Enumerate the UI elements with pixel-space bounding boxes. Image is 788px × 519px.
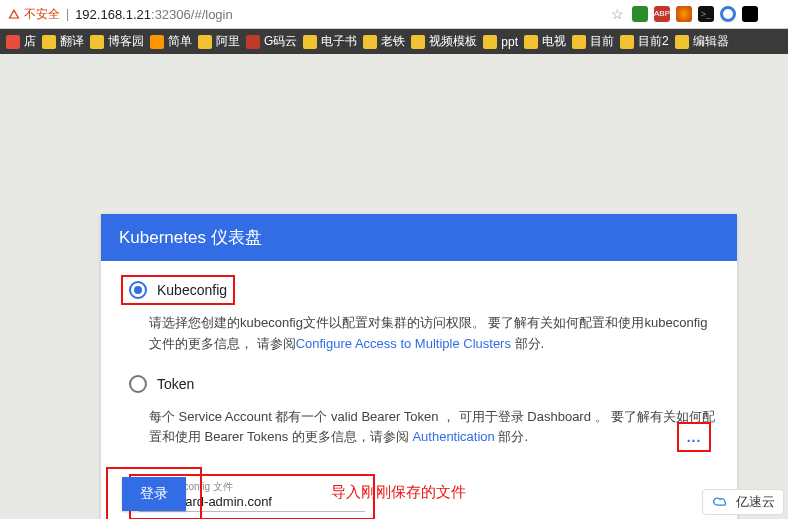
bookmark-label: 目前: [590, 33, 614, 50]
extension-icon[interactable]: [676, 6, 692, 22]
url-text[interactable]: 192.168.1.21:32306/#/login: [75, 7, 233, 22]
extension-icon[interactable]: [720, 6, 736, 22]
desc-post: 部分.: [511, 336, 544, 351]
bookmark-label: 阿里: [216, 33, 240, 50]
radio-icon: [129, 281, 147, 299]
radio-kubeconfig[interactable]: Kubeconfig: [121, 275, 235, 305]
desc-post: 部分.: [495, 429, 528, 444]
page-body: Kubernetes 仪表盘 Kubeconfig 请选择您创建的kubecon…: [0, 54, 788, 519]
bookmark-label: 目前2: [638, 33, 669, 50]
card-title: Kubernetes 仪表盘: [101, 214, 737, 261]
cloud-icon: [711, 495, 731, 509]
authentication-link[interactable]: Authentication: [412, 429, 494, 444]
abp-extension-icon[interactable]: ABP: [654, 6, 670, 22]
bookmark-label: 博客园: [108, 33, 144, 50]
bookmark-label: 视频模板: [429, 33, 477, 50]
address-bar: 不安全 | 192.168.1.21:32306/#/login ☆ ABP >…: [0, 0, 788, 29]
folder-icon: [411, 35, 425, 49]
bookmark-item[interactable]: 电视: [524, 33, 566, 50]
login-button[interactable]: 登录: [122, 477, 186, 511]
bookmark-item[interactable]: 翻译: [42, 33, 84, 50]
radio-icon: [129, 375, 147, 393]
bookmark-item[interactable]: 简单: [150, 33, 192, 50]
folder-icon: [150, 35, 164, 49]
insecure-warning: 不安全: [8, 6, 60, 23]
bookmark-label: 电视: [542, 33, 566, 50]
folder-icon: [620, 35, 634, 49]
option-label: Token: [157, 376, 194, 392]
bookmark-item[interactable]: 编辑器: [675, 33, 729, 50]
folder-icon: [42, 35, 56, 49]
bookmark-item[interactable]: G码云: [246, 33, 297, 50]
dots-icon: ...: [687, 429, 702, 445]
bookmark-item[interactable]: 老铁: [363, 33, 405, 50]
brand-text: 亿速云: [736, 493, 775, 511]
auth-options: Kubeconfig 请选择您创建的kubeconfig文件以配置对集群的访问权…: [101, 261, 737, 470]
bookmark-item[interactable]: ppt: [483, 35, 518, 49]
bookmark-item[interactable]: 视频模板: [411, 33, 477, 50]
extension-icon[interactable]: >_: [698, 6, 714, 22]
bookmark-label: ppt: [501, 35, 518, 49]
bookmark-item[interactable]: 电子书: [303, 33, 357, 50]
bookmark-label: 电子书: [321, 33, 357, 50]
watermark-brand: 亿速云: [702, 489, 784, 515]
folder-icon: [524, 35, 538, 49]
url-host: 192.168.1.21: [75, 7, 151, 22]
url-path: :32306/#/login: [151, 7, 233, 22]
folder-icon: [246, 35, 260, 49]
bookmark-label: 简单: [168, 33, 192, 50]
separator: |: [66, 7, 69, 21]
bookmark-item[interactable]: 店: [6, 33, 36, 50]
bookmark-star-icon[interactable]: ☆: [611, 6, 624, 22]
bookmark-label: 老铁: [381, 33, 405, 50]
option-token: Token: [121, 369, 717, 399]
login-highlight: 登录: [106, 467, 202, 519]
extension-icon[interactable]: [632, 6, 648, 22]
bookmark-item[interactable]: 目前: [572, 33, 614, 50]
folder-icon: [675, 35, 689, 49]
folder-icon: [198, 35, 212, 49]
folder-icon: [90, 35, 104, 49]
bookmark-item[interactable]: 阿里: [198, 33, 240, 50]
browse-button[interactable]: ...: [677, 422, 711, 452]
bookmark-label: G码云: [264, 33, 297, 50]
extension-icon[interactable]: [742, 6, 758, 22]
token-description: 每个 Service Account 都有一个 valid Bearer Tok…: [149, 407, 717, 449]
bookmark-label: 翻译: [60, 33, 84, 50]
folder-icon: [483, 35, 497, 49]
option-kubeconfig: Kubeconfig: [121, 275, 717, 305]
bookmark-label: 店: [24, 33, 36, 50]
folder-icon: [303, 35, 317, 49]
configure-link[interactable]: Configure Access to Multiple Clusters: [296, 336, 511, 351]
login-card: Kubernetes 仪表盘 Kubeconfig 请选择您创建的kubecon…: [101, 214, 737, 519]
bookmarks-bar: 店翻译博客园简单阿里G码云电子书老铁视频模板ppt电视目前目前2编辑器: [0, 29, 788, 54]
kubeconfig-description: 请选择您创建的kubeconfig文件以配置对集群的访问权限。 要了解有关如何配…: [149, 313, 717, 355]
bookmark-label: 编辑器: [693, 33, 729, 50]
bookmark-item[interactable]: 博客园: [90, 33, 144, 50]
folder-icon: [572, 35, 586, 49]
insecure-text: 不安全: [24, 6, 60, 23]
folder-icon: [363, 35, 377, 49]
annotation-text: 导入刚刚保存的文件: [331, 483, 466, 502]
radio-token[interactable]: Token: [121, 369, 202, 399]
bookmark-item[interactable]: 目前2: [620, 33, 669, 50]
option-label: Kubeconfig: [157, 282, 227, 298]
folder-icon: [6, 35, 20, 49]
warning-icon: [8, 8, 20, 20]
extension-icon[interactable]: [764, 6, 780, 22]
